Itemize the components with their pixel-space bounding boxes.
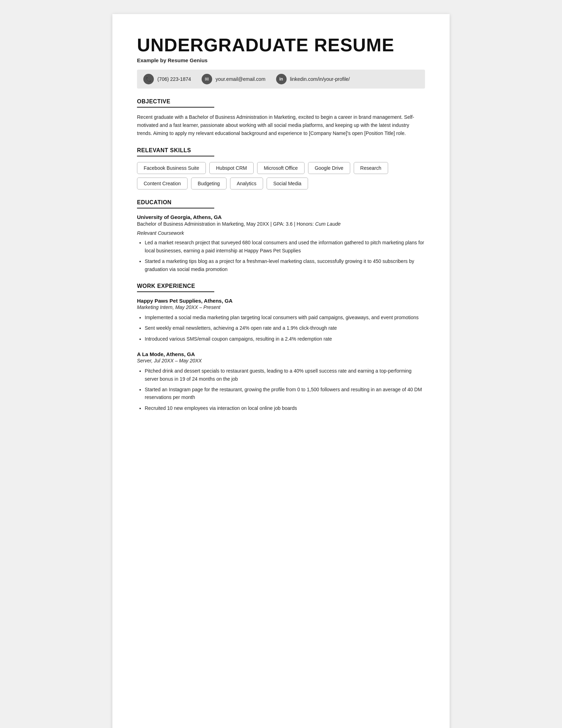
work-experience-section: WORK EXPERIENCE Happy Paws Pet Supplies,… [137,283,425,412]
email-contact: ✉ your.email@email.com [202,74,266,84]
objective-text: Recent graduate with a Bachelor of Busin… [137,113,425,137]
skill-tag: Budgeting [191,178,227,189]
work-title: Marketing Intern, May 20XX – Present [137,304,425,310]
education-bullets: Led a market research project that surve… [145,239,425,273]
skills-divider [137,156,214,156]
edu-degree-text: Bachelor of Business Administration in M… [137,221,341,227]
email-address: your.email@email.com [216,76,266,82]
skills-heading: RELEVANT SKILLS [137,147,425,154]
work-heading: WORK EXPERIENCE [137,283,425,289]
education-section: EDUCATION University of Georgia, Athens,… [137,199,425,273]
example-by: Example by Resume Genius [137,57,425,63]
resume-title: UNDERGRADUATE RESUME [137,35,425,55]
phone-contact: 📞 (706) 223-1874 [143,74,191,84]
list-item: Started an Instagram page for the restau… [145,386,425,401]
skill-tag: Research [354,162,388,174]
phone-icon: 📞 [143,74,154,84]
linkedin-url: linkedin.com/in/your-profile/ [290,76,350,82]
skill-tag: Google Drive [308,162,350,174]
objective-heading: OBJECTIVE [137,98,425,105]
list-item: Pitched drink and dessert specials to re… [145,367,425,383]
skill-tag: Hubspot CRM [209,162,254,174]
list-item: Sent weekly email newsletters, achieving… [145,324,425,332]
skill-tag: Social Media [267,178,308,189]
work-company: A La Mode, Athens, GA [137,351,425,357]
resume-page: UNDERGRADUATE RESUME Example by Resume G… [112,14,450,728]
objective-section: OBJECTIVE Recent graduate with a Bachelo… [137,98,425,137]
work-company: Happy Paws Pet Supplies, Athens, GA [137,298,425,304]
work-jobs-container: Happy Paws Pet Supplies, Athens, GAMarke… [137,298,425,412]
skill-tag: Microsoft Office [257,162,305,174]
skill-tag: Analytics [230,178,263,189]
skills-section: RELEVANT SKILLS Facebook Business SuiteH… [137,147,425,189]
skills-grid: Facebook Business SuiteHubspot CRMMicros… [137,162,425,189]
edu-school: University of Georgia, Athens, GA [137,214,425,220]
coursework-label: Relevant Coursework [137,230,425,236]
education-heading: EDUCATION [137,199,425,206]
email-icon: ✉ [202,74,212,84]
list-item: Started a marketing tips blog as a proje… [145,257,425,273]
contact-bar: 📞 (706) 223-1874 ✉ your.email@email.com … [137,70,425,89]
work-job: Happy Paws Pet Supplies, Athens, GAMarke… [137,298,425,343]
list-item: Led a market research project that surve… [145,239,425,255]
linkedin-contact: in linkedin.com/in/your-profile/ [276,74,350,84]
list-item: Introduced various SMS/email coupon camp… [145,335,425,343]
phone-number: (706) 223-1874 [157,76,191,82]
work-title: Server, Jul 20XX – May 20XX [137,358,425,363]
objective-divider [137,107,214,108]
work-bullets: Pitched drink and dessert specials to re… [145,367,425,412]
list-item: Recruited 10 new employees via interacti… [145,404,425,412]
skill-tag: Facebook Business Suite [137,162,206,174]
linkedin-icon: in [276,74,287,84]
education-divider [137,208,214,208]
work-bullets: Implemented a social media marketing pla… [145,314,425,343]
work-divider [137,291,214,292]
skill-tag: Content Creation [137,178,188,189]
work-job: A La Mode, Athens, GAServer, Jul 20XX – … [137,351,425,412]
list-item: Implemented a social media marketing pla… [145,314,425,321]
edu-degree: Bachelor of Business Administration in M… [137,221,425,227]
